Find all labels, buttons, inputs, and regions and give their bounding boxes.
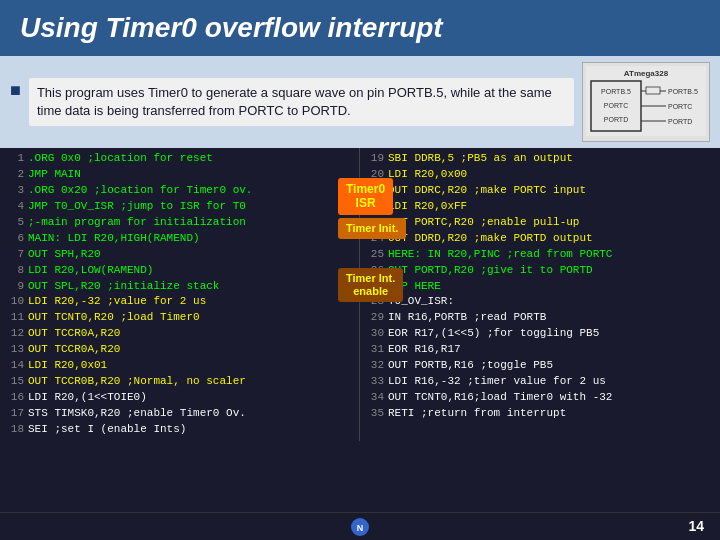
code-line: 25HERE: IN R20,PINC ;read from PORTC — [366, 247, 714, 263]
line-number: 6 — [6, 231, 24, 247]
line-number: 5 — [6, 215, 24, 231]
line-content: MAIN: LDI R20,HIGH(RAMEND) — [28, 231, 200, 247]
code-line: 3.ORG 0x20 ;location for Timer0 ov. — [6, 183, 353, 199]
logo-area: N — [350, 517, 370, 537]
code-line: 5;-main program for initialization — [6, 215, 353, 231]
svg-text:N: N — [357, 523, 364, 533]
line-number: 9 — [6, 279, 24, 295]
slide: Using Timer0 overflow interrupt ■ This p… — [0, 0, 720, 540]
code-line: 31 EOR R16,R17 — [366, 342, 714, 358]
code-line: 27 JMP HERE — [366, 279, 714, 295]
line-content: LDI R20,-32 ;value for 2 us — [28, 294, 206, 310]
line-number: 10 — [6, 294, 24, 310]
svg-text:PORTD: PORTD — [668, 118, 692, 125]
code-line: 14 LDI R20,0x01 — [6, 358, 353, 374]
code-line: 28T0_OV_ISR: — [366, 294, 714, 310]
line-number: 35 — [366, 406, 384, 422]
line-content: OUT TCCR0A,R20 — [28, 326, 120, 342]
line-content: OUT PORTD,R20 ;give it to PORTD — [388, 263, 593, 279]
logo-icon: N — [350, 517, 370, 537]
line-content: LDI R16,-32 ;timer value for 2 us — [388, 374, 606, 390]
line-content: LDI R20,0x01 — [28, 358, 107, 374]
svg-text:ATmega328: ATmega328 — [624, 69, 669, 78]
bullet-icon: ■ — [10, 80, 21, 101]
line-number: 1 — [6, 151, 24, 167]
code-line: 9 OUT SPL,R20 ;initialize stack — [6, 279, 353, 295]
line-content: .ORG 0x0 ;location for reset — [28, 151, 213, 167]
code-line: 1.ORG 0x0 ;location for reset — [6, 151, 353, 167]
line-content: SBI DDRB,5 ;PB5 as an output — [388, 151, 573, 167]
code-line: 19 SBI DDRB,5 ;PB5 as an output — [366, 151, 714, 167]
line-content: HERE: IN R20,PINC ;read from PORTC — [388, 247, 612, 263]
code-line: 6MAIN: LDI R20,HIGH(RAMEND) — [6, 231, 353, 247]
svg-text:PORTB.5: PORTB.5 — [601, 88, 631, 95]
line-number: 16 — [6, 390, 24, 406]
line-content: LDI R20,(1<<TOIE0) — [28, 390, 147, 406]
line-number: 17 — [6, 406, 24, 422]
code-line: 32 OUT PORTB,R16 ;toggle PB5 — [366, 358, 714, 374]
line-number: 18 — [6, 422, 24, 438]
line-content: LDI R20,0xFF — [388, 199, 467, 215]
code-line: 12 OUT TCCR0A,R20 — [6, 326, 353, 342]
line-content: OUT TCNT0,R20 ;load Timer0 — [28, 310, 200, 326]
code-line: 10 LDI R20,-32 ;value for 2 us — [6, 294, 353, 310]
line-content: EOR R16,R17 — [388, 342, 461, 358]
code-line: 18 SEI ;set I (enable Ints) — [6, 422, 353, 438]
line-number: 33 — [366, 374, 384, 390]
svg-text:PORTB.5: PORTB.5 — [668, 88, 698, 95]
svg-rect-12 — [646, 87, 660, 94]
line-content: IN R16,PORTB ;read PORTB — [388, 310, 546, 326]
code-line: 21 OUT DDRC,R20 ;make PORTC input — [366, 183, 714, 199]
code-line: 2JMP MAIN — [6, 167, 353, 183]
line-content: LDI R20,0x00 — [388, 167, 467, 183]
line-content: OUT TCNT0,R16;load Timer0 with -32 — [388, 390, 612, 406]
code-line: 23 OUT PORTC,R20 ;enable pull-up — [366, 215, 714, 231]
code-column-left: 1.ORG 0x0 ;location for reset2JMP MAIN3.… — [0, 148, 360, 441]
timer-int-enable-badge: Timer Int.enable — [338, 268, 403, 302]
timer0-isr-badge: Timer0ISR — [338, 178, 393, 215]
line-number: 11 — [6, 310, 24, 326]
code-line: 29 IN R16,PORTB ;read PORTB — [366, 310, 714, 326]
description-text: This program uses Timer0 to generate a s… — [29, 78, 574, 126]
line-number: 4 — [6, 199, 24, 215]
code-line: 13 OUT TCCR0A,R20 — [6, 342, 353, 358]
line-content: ;-main program for initialization — [28, 215, 246, 231]
circuit-diagram: ATmega328 PORTB.5 PORTC PORTD PORTB.5 PO… — [582, 62, 710, 142]
line-content: OUT TCCR0B,R20 ;Normal, no scaler — [28, 374, 246, 390]
line-content: OUT SPH,R20 — [28, 247, 101, 263]
code-line: 30 EOR R17,(1<<5) ;for toggling PB5 — [366, 326, 714, 342]
svg-text:PORTC: PORTC — [604, 102, 628, 109]
line-number: 14 — [6, 358, 24, 374]
line-number: 34 — [366, 390, 384, 406]
line-content: OUT PORTB,R16 ;toggle PB5 — [388, 358, 553, 374]
line-content: OUT TCCR0A,R20 — [28, 342, 120, 358]
svg-text:PORTC: PORTC — [668, 103, 692, 110]
line-content: OUT PORTC,R20 ;enable pull-up — [388, 215, 579, 231]
code-line: 33 LDI R16,-32 ;timer value for 2 us — [366, 374, 714, 390]
line-number: 2 — [6, 167, 24, 183]
line-number: 15 — [6, 374, 24, 390]
line-number: 30 — [366, 326, 384, 342]
code-line: 24 OUT DDRD,R20 ;make PORTD output — [366, 231, 714, 247]
line-content: OUT DDRC,R20 ;make PORTC input — [388, 183, 586, 199]
code-column-right: 19 SBI DDRB,5 ;PB5 as an output20 LDI R2… — [360, 148, 720, 441]
line-content: EOR R17,(1<<5) ;for toggling PB5 — [388, 326, 599, 342]
line-content: RETI ;return from interrupt — [388, 406, 566, 422]
line-content: OUT SPL,R20 ;initialize stack — [28, 279, 219, 295]
code-line: 16 LDI R20,(1<<TOIE0) — [6, 390, 353, 406]
svg-text:PORTD: PORTD — [604, 116, 628, 123]
top-content-area: ■ This program uses Timer0 to generate a… — [0, 56, 720, 148]
line-number: 19 — [366, 151, 384, 167]
line-content: STS TIMSK0,R20 ;enable Timer0 Ov. — [28, 406, 246, 422]
line-content: JMP T0_OV_ISR ;jump to ISR for T0 — [28, 199, 246, 215]
code-line: 34 OUT TCNT0,R16;load Timer0 with -32 — [366, 390, 714, 406]
code-line: 17 STS TIMSK0,R20 ;enable Timer0 Ov. — [6, 406, 353, 422]
line-number: 31 — [366, 342, 384, 358]
line-number: 12 — [6, 326, 24, 342]
code-line: 15 OUT TCCR0B,R20 ;Normal, no scaler — [6, 374, 353, 390]
line-number: 32 — [366, 358, 384, 374]
bottom-bar: N 14 — [0, 512, 720, 540]
line-number: 7 — [6, 247, 24, 263]
circuit-svg: ATmega328 PORTB.5 PORTC PORTD PORTB.5 PO… — [586, 66, 706, 136]
line-number: 29 — [366, 310, 384, 326]
